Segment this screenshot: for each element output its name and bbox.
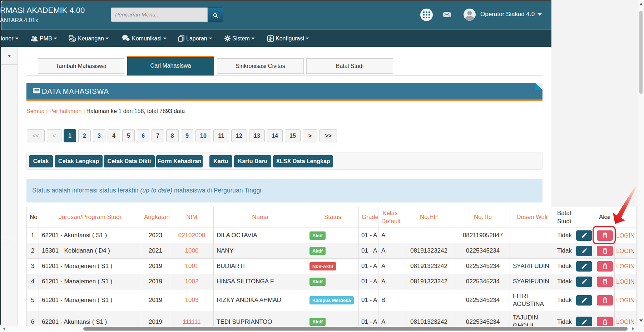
svg-text:$: $ <box>73 38 75 42</box>
